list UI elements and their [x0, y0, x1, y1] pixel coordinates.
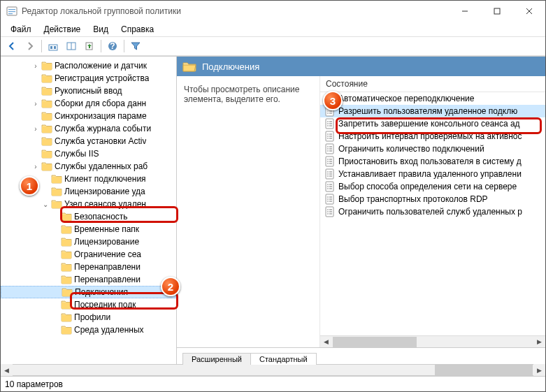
svg-rect-10 [54, 46, 56, 49]
policy-row[interactable]: Ограничить количество подключений [320, 143, 545, 155]
folder-icon [41, 161, 52, 171]
expand-icon[interactable]: › [30, 100, 41, 108]
svg-rect-1 [8, 9, 15, 10]
policy-row[interactable]: Настроить интервал проверяемых на активн… [320, 130, 545, 143]
tree-item[interactable]: ›Служба журнала событи [1, 122, 176, 135]
policy-row[interactable]: Ограничить пользователей служб удаленных… [320, 205, 545, 218]
folder-icon [61, 237, 72, 247]
tree-item[interactable]: Службы IIS [1, 147, 176, 160]
tree-item[interactable]: Среда удаленных [1, 324, 176, 336]
tree-item-label: Регистрация устройства [55, 73, 149, 83]
maximize-button[interactable] [481, 1, 513, 22]
menu-file[interactable]: Файл [5, 23, 37, 36]
policy-icon [324, 194, 336, 205]
titlebar: Редактор локальной групповой политики [1, 1, 545, 22]
right-header: Подключения [177, 57, 545, 76]
tab-standard[interactable]: Стандартный [250, 353, 317, 365]
tree-item[interactable]: ›Расположение и датчик [1, 59, 176, 72]
tree-item[interactable]: Ограничение сеа [1, 248, 176, 261]
help-button[interactable]: ? [104, 38, 121, 55]
expand-icon[interactable]: › [30, 62, 41, 70]
policy-row[interactable]: Автоматическое переподключение [320, 92, 545, 105]
svg-point-61 [327, 175, 329, 177]
filter-button[interactable] [127, 38, 144, 55]
tree-item[interactable]: Синхронизация параме [1, 110, 176, 122]
menu-view[interactable]: Вид [87, 23, 114, 36]
folder-icon [41, 61, 52, 71]
scroll-right-button[interactable]: ▶ [533, 336, 545, 348]
policy-row[interactable]: Запретить завершение консольного сеанса … [320, 117, 545, 130]
tree-scroll[interactable]: ›Расположение и датчикРегистрация устрой… [1, 57, 176, 364]
tree-h-scrollbar[interactable]: ◀ ▶ [1, 364, 545, 376]
policy-row[interactable]: Выбор способа определения сети на сервер… [320, 180, 545, 193]
toolbar: ? [1, 36, 545, 56]
expand-icon[interactable]: › [30, 125, 41, 133]
tree-item-label: Безопасность [74, 212, 128, 222]
toolbar-sep [41, 40, 42, 52]
svg-point-81 [327, 211, 329, 212]
up-level-button[interactable] [45, 38, 62, 55]
tree-item[interactable]: Перенаправлени [1, 261, 176, 273]
folder-icon [41, 149, 52, 159]
tree-item[interactable]: Лицензирование [1, 235, 176, 248]
scroll-right-button[interactable]: ▶ [533, 364, 545, 376]
tree-item[interactable]: Подключения [1, 286, 176, 298]
svg-point-67 [327, 186, 329, 187]
policy-icon [324, 206, 336, 217]
details-button[interactable] [63, 38, 80, 55]
tree-item-label: Лицензирование уда [64, 187, 145, 196]
policy-icon [324, 143, 336, 154]
policy-row[interactable]: Разрешить пользователям удаленное подклю [320, 105, 545, 117]
menu-help[interactable]: Справка [115, 23, 159, 36]
tab-extended[interactable]: Расширенный [182, 353, 251, 365]
tree-item-label: Расположение и датчик [55, 61, 147, 71]
scroll-thumb[interactable] [333, 337, 417, 347]
status-text: 10 параметров [5, 379, 63, 389]
expand-icon[interactable]: › [30, 163, 41, 170]
tree-item[interactable]: Перенаправлени [1, 273, 176, 286]
window-buttons [449, 1, 545, 22]
tree-item[interactable]: Безопасность [1, 210, 176, 223]
svg-point-68 [327, 188, 329, 189]
close-button[interactable] [513, 1, 545, 22]
scroll-thumb[interactable] [435, 365, 533, 375]
folder-icon [51, 199, 62, 209]
scroll-left-button[interactable]: ◀ [320, 336, 332, 348]
policy-row[interactable]: Выбор транспортных протоколов RDP [320, 193, 545, 205]
tree-item[interactable]: ›Сборки для сбора данн [1, 97, 176, 110]
folder-icon [61, 325, 72, 335]
export-button[interactable] [81, 38, 98, 55]
tree-item[interactable]: Посредник подк [1, 298, 176, 311]
tree-item[interactable]: Профили [1, 311, 176, 324]
minimize-button[interactable] [449, 1, 481, 22]
forward-button[interactable] [22, 38, 38, 55]
tree-item[interactable]: ›Службы удаленных раб [1, 160, 176, 173]
tree-item[interactable]: Рукописный ввод [1, 85, 176, 97]
tree-pane: ›Расположение и датчикРегистрация устрой… [1, 57, 177, 364]
tree-item[interactable]: ⌄Узел сеансов удален [1, 198, 176, 210]
scroll-left-button[interactable]: ◀ [1, 364, 13, 376]
column-header-state[interactable]: Состояние [320, 76, 545, 92]
tree-item[interactable]: Временные папк [1, 223, 176, 235]
tree-item-label: Временные папк [74, 224, 139, 234]
folder-icon [61, 249, 72, 259]
collapse-icon[interactable]: ⌄ [40, 201, 51, 208]
svg-point-45 [327, 146, 329, 147]
policy-label: Выбор транспортных протоколов RDP [338, 194, 488, 204]
tree-item[interactable]: Служба установки Activ [1, 135, 176, 147]
window-title: Редактор локальной групповой политики [22, 6, 181, 16]
policy-row[interactable]: Устанавливает правила удаленного управле… [320, 168, 545, 180]
policy-row[interactable]: Приостановить вход пользователя в систем… [320, 155, 545, 168]
right-header-title: Подключения [202, 61, 259, 72]
policy-icon [324, 118, 336, 129]
policy-label: Разрешить пользователям удаленное подклю [338, 106, 517, 116]
policy-list-scroll[interactable]: Состояние Автоматическое переподключение… [320, 76, 545, 347]
back-button[interactable] [3, 38, 20, 55]
policy-icon [324, 131, 336, 142]
tree-item[interactable]: Регистрация устройства [1, 72, 176, 85]
menu-action[interactable]: Действие [38, 23, 87, 36]
policy-label: Выбор способа определения сети на сервер… [338, 182, 517, 191]
h-scrollbar[interactable]: ◀ ▶ [320, 335, 545, 347]
toolbar-sep3 [124, 40, 124, 52]
right-body: Чтобы просмотреть описание элемента, выд… [177, 76, 545, 347]
